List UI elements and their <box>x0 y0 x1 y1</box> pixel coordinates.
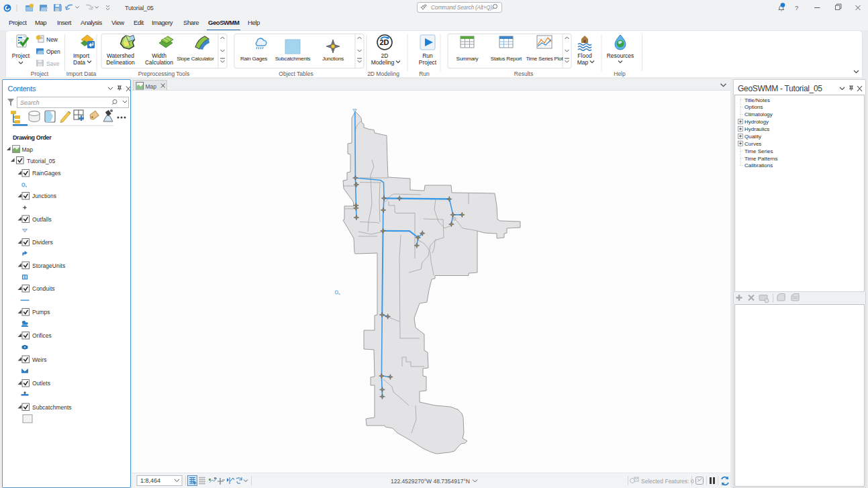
svg-text:RainGages: RainGages <box>32 170 61 177</box>
svg-text:Data: Data <box>73 59 85 66</box>
svg-text:Resources: Resources <box>607 52 634 59</box>
svg-text:Tutorial_05: Tutorial_05 <box>27 158 55 164</box>
svg-text:Project: Project <box>12 52 30 59</box>
svg-text:Outfalls: Outfalls <box>32 216 52 223</box>
svg-text:Hydrology: Hydrology <box>744 119 769 125</box>
svg-text:Open: Open <box>46 48 60 55</box>
svg-text:Map: Map <box>577 59 589 66</box>
svg-text:Selected Features: 0: Selected Features: 0 <box>641 478 694 485</box>
svg-text:Curves: Curves <box>744 141 761 147</box>
svg-text:Orifices: Orifices <box>32 332 52 339</box>
svg-text:Summary: Summary <box>456 56 479 62</box>
svg-text:Calculation: Calculation <box>145 59 173 66</box>
svg-text:Weirs: Weirs <box>32 356 47 363</box>
svg-text:Conduits: Conduits <box>32 285 55 292</box>
svg-text:Width: Width <box>152 52 166 59</box>
svg-text:Delineation: Delineation <box>106 59 135 66</box>
svg-text:New: New <box>46 36 58 43</box>
svg-text:Subcatchments: Subcatchments <box>32 404 72 411</box>
svg-text:?: ? <box>795 4 798 11</box>
svg-text:Pumps: Pumps <box>32 309 50 315</box>
svg-text:Slope Calculator: Slope Calculator <box>177 56 214 62</box>
svg-text:Search: Search <box>20 99 40 106</box>
svg-text:Map: Map <box>22 146 34 153</box>
svg-text:Time Patterns: Time Patterns <box>744 156 778 162</box>
svg-text:Outlets: Outlets <box>32 380 50 387</box>
svg-text:Flood: Flood <box>577 52 592 59</box>
svg-text:Tutorial_05: Tutorial_05 <box>125 5 154 11</box>
svg-text:Options: Options <box>744 104 763 110</box>
svg-text:Time Series: Time Series <box>744 148 773 154</box>
svg-text:1:8,464: 1:8,464 <box>140 477 160 484</box>
svg-text:Subcatchments: Subcatchments <box>275 56 311 62</box>
svg-text:GeoSWMM - Tutorial_05: GeoSWMM - Tutorial_05 <box>738 84 822 93</box>
svg-text:Run: Run <box>422 52 433 59</box>
svg-text:Save: Save <box>46 60 60 67</box>
svg-text:Drawing Order: Drawing Order <box>13 134 52 141</box>
svg-text:Title/Notes: Title/Notes <box>744 97 770 103</box>
svg-text:Calibrations: Calibrations <box>744 162 773 168</box>
svg-text:Status Report: Status Report <box>491 56 522 62</box>
svg-text:2D: 2D <box>381 52 389 59</box>
svg-text:Time Series Plot: Time Series Plot <box>526 56 563 62</box>
svg-text:Rain Gages: Rain Gages <box>240 56 267 62</box>
svg-text:Junctions: Junctions <box>322 56 344 62</box>
svg-text:Modeling: Modeling <box>371 59 395 66</box>
svg-text:Map: Map <box>146 83 157 90</box>
svg-text:Climatology: Climatology <box>744 111 773 117</box>
svg-text:Junctions: Junctions <box>32 193 56 199</box>
svg-text:Contents: Contents <box>8 85 36 93</box>
svg-text:2D: 2D <box>379 38 389 46</box>
svg-text:Hydraulics: Hydraulics <box>744 126 769 132</box>
svg-text:Dividers: Dividers <box>32 239 53 246</box>
svg-text:Watershed: Watershed <box>107 52 134 59</box>
svg-text:122.4529270°W 48.7354917°N: 122.4529270°W 48.7354917°N <box>391 478 470 485</box>
svg-text:StorageUnits: StorageUnits <box>32 262 65 269</box>
svg-text:Import: Import <box>73 52 90 59</box>
svg-text:Command Search (Alt+Q): Command Search (Alt+Q) <box>431 5 493 11</box>
svg-text:Project: Project <box>419 59 437 66</box>
svg-text:Quality: Quality <box>744 134 761 140</box>
